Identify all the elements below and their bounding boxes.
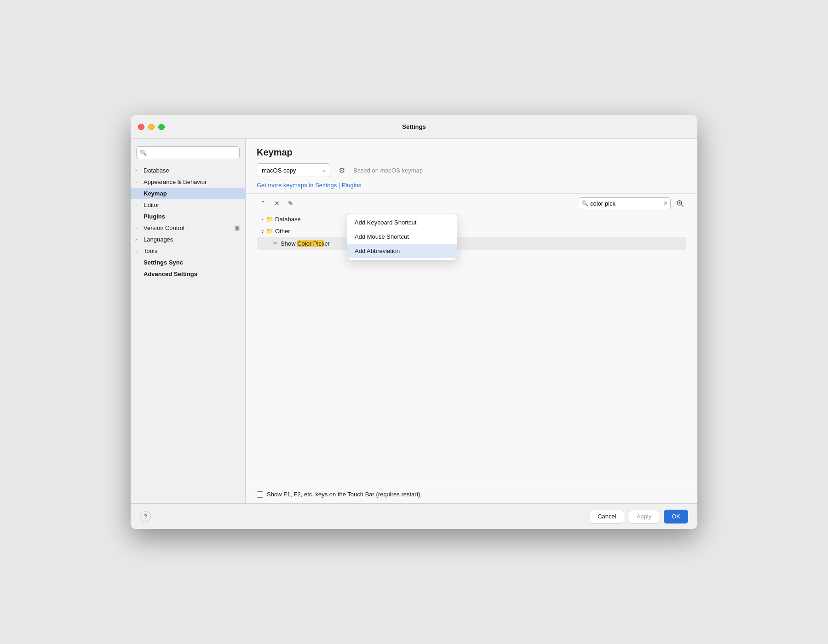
sidebar-item-label: Languages	[144, 236, 173, 243]
chevron-right-icon: ›	[135, 168, 141, 173]
touch-bar-checkbox[interactable]	[257, 491, 263, 498]
apply-button[interactable]: Apply	[629, 510, 660, 523]
touch-bar-checkbox-label[interactable]: Show F1, F2, etc. keys on the Touch Bar …	[257, 491, 420, 498]
menu-item-label: Add Abbreviation	[355, 247, 400, 254]
main-panel: Keymap macOS copy macOS Windows Eclipse …	[246, 139, 697, 503]
menu-item-label: Add Mouse Shortcut	[355, 233, 409, 240]
sidebar: 🔍 › Database › Appearance & Behavior Key…	[131, 139, 246, 503]
cancel-button[interactable]: Cancel	[590, 510, 624, 523]
footer-left: ?	[140, 511, 151, 522]
chevron-right-icon: ›	[135, 237, 141, 242]
main-header: Keymap macOS copy macOS Windows Eclipse …	[246, 139, 697, 194]
find-usages-button[interactable]	[673, 198, 686, 209]
sidebar-item-label: Appearance & Behavior	[144, 178, 207, 185]
traffic-lights	[138, 124, 165, 130]
settings-window: Settings 🔍 › Database › Appearance & Beh…	[131, 115, 697, 529]
tree-label-other: Other	[275, 228, 290, 235]
sidebar-item-label: Settings Sync	[144, 259, 183, 266]
sidebar-item-tools[interactable]: › Tools	[131, 245, 245, 257]
folder-icon: 📁	[266, 228, 273, 235]
keymap-dropdown[interactable]: macOS copy macOS Windows Eclipse	[257, 163, 330, 177]
sidebar-item-plugins[interactable]: Plugins	[131, 211, 245, 222]
vcs-icon: ▣	[235, 225, 240, 231]
chevron-right-icon: ›	[135, 225, 141, 230]
sidebar-item-languages[interactable]: › Languages	[131, 234, 245, 245]
ok-button[interactable]: OK	[664, 510, 688, 523]
menu-item-label: Add Keyboard Shortcut	[355, 219, 416, 226]
sidebar-item-label: Version Control	[144, 224, 184, 231]
window-title: Settings	[402, 123, 426, 130]
edit-shortcut-button[interactable]: ✎	[284, 198, 297, 209]
keymap-gear-button[interactable]: ⚙	[335, 163, 349, 177]
context-menu: Add Keyboard Shortcut Add Mouse Shortcut…	[347, 213, 457, 260]
bottom-panel: Show F1, F2, etc. keys on the Touch Bar …	[246, 485, 697, 503]
page-title: Keymap	[257, 147, 686, 158]
sidebar-item-label: Advanced Settings	[144, 270, 197, 277]
sidebar-item-advanced-settings[interactable]: Advanced Settings	[131, 268, 245, 280]
expand-all-button[interactable]: ⌃	[257, 198, 270, 209]
highlight-color-pick: Color Pick	[297, 240, 324, 247]
help-button[interactable]: ?	[140, 511, 151, 522]
sidebar-item-appearance-behavior[interactable]: › Appearance & Behavior	[131, 176, 245, 188]
close-button[interactable]	[138, 124, 144, 130]
sidebar-item-editor[interactable]: › Editor	[131, 199, 245, 211]
tree-row-show-color-picker[interactable]: ✏ Show Color Picker Add Keyboard Shortcu…	[257, 237, 686, 250]
chevron-right-icon: ›	[135, 248, 141, 253]
minimize-button[interactable]	[148, 124, 155, 130]
context-menu-item-add-keyboard-shortcut[interactable]: Add Keyboard Shortcut	[347, 215, 457, 230]
toolbar: ⌃ ✕ ✎ 🔍 ✕	[246, 194, 697, 213]
context-menu-item-add-mouse-shortcut[interactable]: Add Mouse Shortcut	[347, 230, 457, 244]
chevron-right-icon: ›	[259, 217, 266, 222]
filter-input[interactable]	[579, 197, 671, 209]
sidebar-search-container: 🔍	[131, 143, 245, 165]
tree-row-database[interactable]: › 📁 Database	[257, 213, 686, 225]
tree-label-database: Database	[275, 216, 301, 223]
svg-line-1	[681, 205, 683, 207]
footer: ? Cancel Apply OK	[131, 503, 697, 529]
filter-search-icon: 🔍	[581, 200, 588, 207]
chevron-down-icon: ∨	[259, 229, 266, 234]
sidebar-item-keymap[interactable]: Keymap	[131, 188, 245, 199]
sidebar-item-label: Tools	[144, 247, 157, 254]
touch-bar-label: Show F1, F2, etc. keys on the Touch Bar …	[267, 491, 420, 498]
maximize-button[interactable]	[158, 124, 165, 130]
action-label-show-color-picker: Show Color Picker	[281, 240, 330, 247]
filter-input-wrapper: 🔍 ✕	[579, 197, 671, 209]
filter-clear-button[interactable]: ✕	[663, 201, 668, 206]
sidebar-search-input[interactable]	[136, 146, 240, 159]
collapse-all-button[interactable]: ✕	[270, 198, 283, 209]
tree-row-other[interactable]: ∨ 📁 Other	[257, 225, 686, 237]
sidebar-item-version-control[interactable]: › Version Control ▣	[131, 222, 245, 234]
sidebar-item-label: Plugins	[144, 213, 165, 220]
plugins-link[interactable]: Get more keymaps in Settings | Plugins	[257, 182, 361, 189]
help-icon: ?	[144, 513, 147, 520]
sidebar-search-wrapper: 🔍	[136, 146, 240, 159]
action-icon: ✏	[273, 240, 278, 247]
main-content: 🔍 › Database › Appearance & Behavior Key…	[131, 139, 697, 503]
keymap-controls: macOS copy macOS Windows Eclipse ⚙ Based…	[257, 163, 686, 177]
sidebar-item-label: Database	[144, 167, 169, 174]
sidebar-item-database[interactable]: › Database	[131, 165, 245, 176]
chevron-right-icon: ›	[135, 179, 141, 184]
sidebar-item-settings-sync[interactable]: Settings Sync	[131, 257, 245, 268]
sidebar-item-label: Editor	[144, 201, 159, 208]
folder-icon: 📁	[266, 216, 273, 223]
search-filter-area: 🔍 ✕	[579, 197, 686, 209]
based-on-label: Based on macOS keymap	[353, 167, 423, 174]
titlebar: Settings	[131, 115, 697, 139]
sidebar-item-label: Keymap	[144, 190, 167, 197]
footer-right: Cancel Apply OK	[590, 510, 688, 523]
keymap-dropdown-wrapper: macOS copy macOS Windows Eclipse	[257, 163, 330, 177]
chevron-right-icon: ›	[135, 202, 141, 207]
tree-area: › 📁 Database ∨ 📁 Other ✏ Show Color Pick…	[246, 213, 697, 485]
context-menu-item-add-abbreviation[interactable]: Add Abbreviation	[347, 244, 457, 258]
